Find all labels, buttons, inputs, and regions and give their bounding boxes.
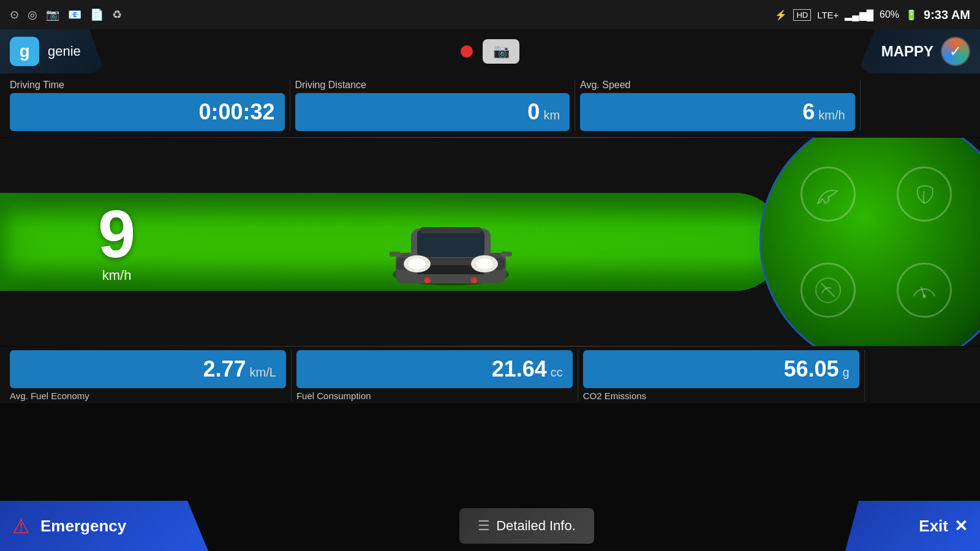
- camera-button-icon: 📷: [493, 43, 510, 59]
- battery-percent: 60%: [880, 9, 899, 20]
- driving-distance-unit: km: [543, 108, 560, 122]
- status-icons-right: ⚡ HD LTE+ ▂▄▆█ 60% 🔋 9:33 AM: [775, 8, 970, 22]
- battery-icon: 🔋: [905, 9, 918, 21]
- exit-icon: ✕: [954, 517, 968, 536]
- svg-point-10: [424, 277, 431, 283]
- signal-bars: ▂▄▆█: [845, 9, 873, 21]
- flight-mode-icon[interactable]: [801, 167, 856, 222]
- avg-speed-value: 6km/h: [580, 93, 855, 131]
- clock: 9:33 AM: [924, 8, 970, 22]
- bluetooth-icon: ⚡: [775, 9, 787, 21]
- list-icon: ☰: [478, 518, 490, 534]
- detailed-label: Detailed Info.: [496, 518, 576, 534]
- car-illustration: [383, 186, 518, 298]
- driving-distance-block: Driving Distance 0km: [290, 80, 576, 131]
- app-logo: g: [10, 37, 39, 66]
- record-indicator: [461, 45, 473, 58]
- feature-circle-panel: [760, 138, 980, 346]
- svg-rect-12: [420, 227, 481, 233]
- mail-icon: 📧: [68, 8, 81, 21]
- mappy-logo: ✓: [941, 37, 970, 66]
- emergency-button[interactable]: Emergency: [0, 501, 208, 551]
- speed-value: 9: [98, 200, 135, 268]
- avg-speed-unit: km/h: [818, 108, 845, 122]
- main-driving-area: 9 km/h: [0, 138, 980, 346]
- bottom-stats-row: 2.77km/L Avg. Fuel Economy 21.64cc Fuel …: [0, 347, 980, 403]
- svg-point-11: [471, 277, 477, 283]
- svg-point-9: [476, 258, 493, 269]
- app-bar: g genie 📷 MAPPY ✓: [0, 29, 980, 73]
- driving-distance-label: Driving Distance: [295, 80, 570, 91]
- driving-time-block: Driving Time 0:00:32: [5, 80, 290, 131]
- svg-point-16: [922, 294, 926, 298]
- sigma-icon: ⊙: [10, 8, 19, 21]
- fuel-economy-label: Avg. Fuel Economy: [10, 391, 286, 401]
- driving-time-label: Driving Time: [10, 80, 285, 91]
- action-bar: Emergency ☰ Detailed Info. Exit ✕: [0, 501, 980, 551]
- co2-value: 56.05g: [583, 350, 859, 388]
- fuel-consumption-unit: cc: [551, 365, 563, 379]
- speed-display: 9 km/h: [98, 200, 135, 283]
- fuel-consumption-label: Fuel Consumption: [296, 391, 573, 401]
- status-icons-left: ⊙ ◎ 📷 📧 📄 ♻: [10, 8, 122, 21]
- app-name: genie: [48, 43, 81, 59]
- fuel-economy-value: 2.77km/L: [10, 350, 286, 388]
- gauge-icon[interactable]: [897, 263, 952, 318]
- driving-time-value: 0:00:32: [10, 93, 285, 131]
- mappy-branding[interactable]: MAPPY ✓: [857, 29, 980, 73]
- fuel-consumption-block: 21.64cc Fuel Consumption: [292, 350, 578, 401]
- document-icon: 📄: [90, 8, 104, 21]
- fuel-economy-unit: km/L: [250, 365, 276, 379]
- camera-icon: 📷: [46, 8, 59, 21]
- fuel-economy-block: 2.77km/L Avg. Fuel Economy: [5, 350, 292, 401]
- hd-badge: HD: [793, 9, 811, 21]
- mappy-label: MAPPY: [881, 43, 933, 60]
- speed-unit: km/h: [98, 268, 135, 283]
- driving-distance-value: 0km: [295, 93, 570, 131]
- emergency-label: Emergency: [40, 517, 126, 536]
- status-bar: ⊙ ◎ 📷 📧 📄 ♻ ⚡ HD LTE+ ▂▄▆█ 60% 🔋 9:33 AM: [0, 0, 980, 29]
- svg-rect-13: [390, 252, 401, 257]
- stats-row: Driving Time 0:00:32 Driving Distance 0k…: [0, 73, 980, 137]
- recycle-icon: ♻: [112, 8, 122, 21]
- no-speeding-icon[interactable]: [801, 263, 856, 318]
- svg-rect-14: [501, 252, 512, 257]
- co2-block: 56.05g CO2 Emissions: [578, 350, 865, 401]
- co2-label: CO2 Emissions: [583, 391, 859, 401]
- location-icon: ◎: [28, 8, 37, 21]
- app-branding[interactable]: g genie: [0, 29, 105, 73]
- emergency-warning-icon: [12, 515, 34, 537]
- co2-unit: g: [843, 365, 850, 379]
- exit-button[interactable]: Exit ✕: [845, 501, 980, 551]
- avg-speed-label: Avg. Speed: [580, 80, 855, 91]
- eco-mode-icon[interactable]: [897, 167, 952, 222]
- svg-point-8: [409, 258, 426, 269]
- fuel-consumption-value: 21.64cc: [296, 350, 573, 388]
- lte-badge: LTE+: [817, 10, 839, 20]
- svg-rect-3: [417, 230, 484, 257]
- exit-label: Exit: [919, 517, 948, 536]
- camera-button[interactable]: 📷: [483, 39, 519, 64]
- recording-controls: 📷: [461, 39, 519, 64]
- avg-speed-block: Avg. Speed 6km/h: [575, 80, 861, 131]
- car-svg: [383, 186, 518, 296]
- detailed-info-button[interactable]: ☰ Detailed Info.: [459, 508, 594, 543]
